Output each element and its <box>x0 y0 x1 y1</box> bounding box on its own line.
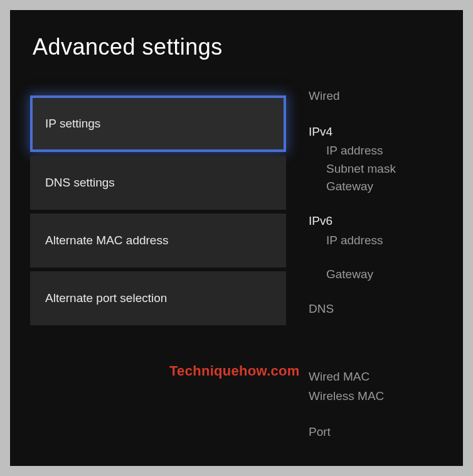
wireless-mac-label: Wireless MAC <box>309 388 396 405</box>
settings-window: Advanced settings IP settings DNS settin… <box>10 10 463 466</box>
menu-item-label: Alternate MAC address <box>45 234 168 247</box>
ipv6-group: IP address Gateway <box>309 232 396 283</box>
menu-item-label: DNS settings <box>45 176 115 189</box>
menu-item-ip-settings[interactable]: IP settings <box>30 95 286 152</box>
wired-mac-label: Wired MAC <box>309 369 396 386</box>
watermark-text: Techniquehow.com <box>169 363 300 379</box>
menu-item-label: IP settings <box>45 117 100 130</box>
ipv4-group: IP address Subnet mask Gateway <box>309 143 396 195</box>
connection-type-label: Wired <box>309 88 396 105</box>
content-area: IP settings DNS settings Alternate MAC a… <box>10 95 463 450</box>
ipv4-heading: IPv4 <box>309 124 396 141</box>
ipv6-ip-address-label: IP address <box>326 232 396 249</box>
dns-label: DNS <box>309 301 396 318</box>
ipv4-ip-address-label: IP address <box>326 143 396 160</box>
menu-item-label: Alternate port selection <box>45 291 167 305</box>
port-label: Port <box>309 424 396 441</box>
ipv4-subnet-mask-label: Subnet mask <box>326 161 396 178</box>
menu-item-dns-settings[interactable]: DNS settings <box>30 156 286 210</box>
ipv6-heading: IPv6 <box>309 213 396 230</box>
menu-item-alternate-port[interactable]: Alternate port selection <box>30 271 286 325</box>
page-title: Advanced settings <box>10 34 463 60</box>
menu-item-alternate-mac[interactable]: Alternate MAC address <box>30 214 286 268</box>
details-panel: Wired IPv4 IP address Subnet mask Gatewa… <box>286 88 396 443</box>
ipv4-gateway-label: Gateway <box>326 178 396 195</box>
ipv6-gateway-label: Gateway <box>326 266 396 283</box>
menu-list: IP settings DNS settings Alternate MAC a… <box>30 95 286 450</box>
